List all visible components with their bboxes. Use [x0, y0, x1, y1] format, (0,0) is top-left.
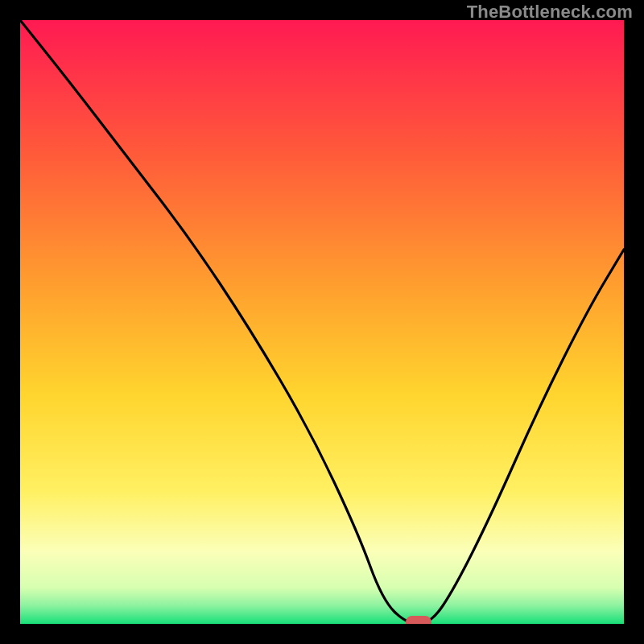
plot-area [20, 20, 624, 624]
watermark-text: TheBottleneck.com [467, 2, 633, 23]
optimal-marker [20, 20, 624, 624]
chart-frame: TheBottleneck.com [0, 0, 644, 644]
svg-rect-1 [406, 616, 431, 624]
